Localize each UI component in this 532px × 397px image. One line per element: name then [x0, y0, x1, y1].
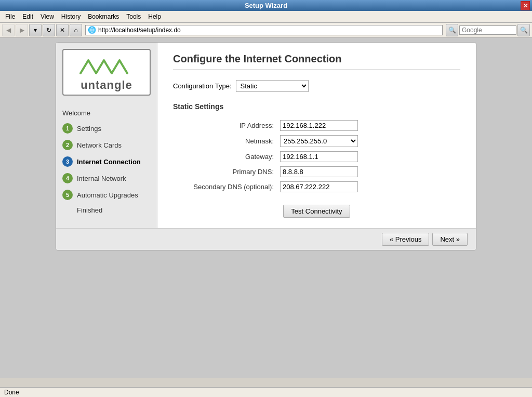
gateway-label: Gateway: — [173, 149, 277, 164]
sidebar-item-network-cards[interactable]: 2 Network Cards — [56, 137, 157, 153]
menu-tools[interactable]: Tools — [123, 12, 144, 21]
step-num-internet-connection: 3 — [62, 156, 73, 167]
search-go-button[interactable]: 🔍 — [446, 24, 458, 36]
step-num-network-cards: 2 — [62, 140, 73, 150]
browser-content: untangle Welcome 1 Settings 2 Network Ca… — [0, 38, 532, 378]
back-button[interactable]: ◀ — [2, 24, 15, 36]
test-btn-row: Test Connectivity — [173, 205, 460, 218]
main-content: Configure the Internet Connection Config… — [157, 43, 476, 228]
untangle-logo: untangle — [75, 52, 138, 92]
url-input[interactable] — [98, 27, 440, 34]
home-button[interactable]: ⌂ — [70, 24, 82, 36]
refresh-button[interactable]: ↻ — [43, 24, 55, 36]
menu-file[interactable]: File — [2, 12, 18, 21]
netmask-cell: 255.255.255.0 255.255.0.0 255.0.0.0 — [277, 133, 460, 149]
url-icon: 🌐 — [88, 26, 96, 34]
static-settings-title: Static Settings — [173, 102, 460, 111]
sidebar-item-internet-connection[interactable]: 3 Internet Connection — [56, 153, 157, 170]
primary-dns-cell — [277, 164, 460, 179]
sidebar-item-finished[interactable]: Finished — [56, 203, 157, 217]
search-button[interactable]: 🔍 — [517, 24, 530, 36]
sidebar-item-settings-label: Settings — [77, 125, 101, 133]
static-settings-form: IP Address: Netmask: 255.255.255.0 255.2… — [173, 118, 460, 194]
test-connectivity-button[interactable]: Test Connectivity — [283, 205, 350, 218]
step-num-internal-network: 4 — [62, 173, 73, 183]
step-num-settings: 1 — [62, 123, 73, 134]
wizard-container: untangle Welcome 1 Settings 2 Network Ca… — [56, 42, 476, 250]
logo-area: untangle — [62, 49, 151, 96]
ip-address-input[interactable] — [280, 120, 358, 131]
ip-address-row: IP Address: — [173, 118, 460, 133]
window-title: Setup Wizard — [245, 2, 287, 9]
wizard-footer: « Previous Next » — [56, 228, 476, 250]
forward-button[interactable]: ▶ — [16, 24, 28, 36]
netmask-select[interactable]: 255.255.255.0 255.255.0.0 255.0.0.0 — [280, 135, 358, 147]
page-title: Configure the Internet Connection — [173, 53, 460, 70]
close-button[interactable]: ✕ — [521, 1, 530, 10]
netmask-label: Netmask: — [173, 133, 277, 149]
config-type-select[interactable]: Static DHCP PPPoE — [236, 80, 309, 92]
gateway-input[interactable] — [280, 151, 358, 162]
sidebar-item-automatic-upgrades[interactable]: 5 Automatic Upgrades — [56, 187, 157, 203]
dropdown-button[interactable]: ▾ — [29, 24, 42, 36]
sidebar-item-welcome[interactable]: Welcome — [56, 106, 157, 120]
gateway-cell — [277, 149, 460, 164]
menu-bar: File Edit View History Bookmarks Tools H… — [0, 11, 532, 23]
primary-dns-input[interactable] — [280, 166, 358, 177]
ip-address-label: IP Address: — [173, 118, 277, 133]
logo-svg — [75, 52, 138, 78]
menu-bookmarks[interactable]: Bookmarks — [85, 12, 122, 21]
sidebar-item-internal-network[interactable]: 4 Internal Network — [56, 170, 157, 187]
sidebar-item-internet-connection-label: Internet Connection — [77, 158, 141, 166]
nav-items: Welcome 1 Settings 2 Network Cards 3 Int… — [56, 102, 157, 221]
config-type-label: Configuration Type: — [173, 82, 232, 90]
menu-view[interactable]: View — [37, 12, 57, 21]
search-box — [459, 25, 516, 35]
sidebar: untangle Welcome 1 Settings 2 Network Ca… — [56, 43, 157, 228]
sidebar-item-network-cards-label: Network Cards — [77, 141, 122, 149]
config-type-row: Configuration Type: Static DHCP PPPoE — [173, 80, 460, 92]
netmask-row: Netmask: 255.255.255.0 255.255.0.0 255.0… — [173, 133, 460, 149]
ip-address-cell — [277, 118, 460, 133]
menu-edit[interactable]: Edit — [19, 12, 36, 21]
secondary-dns-row: Secondary DNS (optional): — [173, 179, 460, 194]
secondary-dns-cell — [277, 179, 460, 194]
previous-button[interactable]: « Previous — [382, 233, 429, 246]
nav-bar: ◀ ▶ ▾ ↻ ✕ ⌂ 🌐 🔍 🔍 — [0, 23, 532, 38]
logo-text: untangle — [81, 78, 132, 92]
menu-help[interactable]: Help — [145, 12, 164, 21]
primary-dns-row: Primary DNS: — [173, 164, 460, 179]
gateway-row: Gateway: — [173, 149, 460, 164]
step-num-automatic-upgrades: 5 — [62, 190, 73, 200]
primary-dns-label: Primary DNS: — [173, 164, 277, 179]
wizard-inner: untangle Welcome 1 Settings 2 Network Ca… — [56, 43, 476, 228]
secondary-dns-input[interactable] — [280, 181, 358, 192]
sidebar-item-internal-network-label: Internal Network — [77, 175, 126, 182]
secondary-dns-label: Secondary DNS (optional): — [173, 179, 277, 194]
sidebar-item-automatic-upgrades-label: Automatic Upgrades — [77, 191, 138, 199]
title-bar: Setup Wizard ✕ — [0, 0, 532, 11]
search-input[interactable] — [462, 27, 514, 34]
next-button[interactable]: Next » — [432, 233, 468, 246]
stop-button[interactable]: ✕ — [56, 24, 69, 36]
sidebar-item-settings[interactable]: 1 Settings — [56, 120, 157, 137]
menu-history[interactable]: History — [58, 12, 84, 21]
url-bar: 🌐 — [85, 25, 443, 35]
